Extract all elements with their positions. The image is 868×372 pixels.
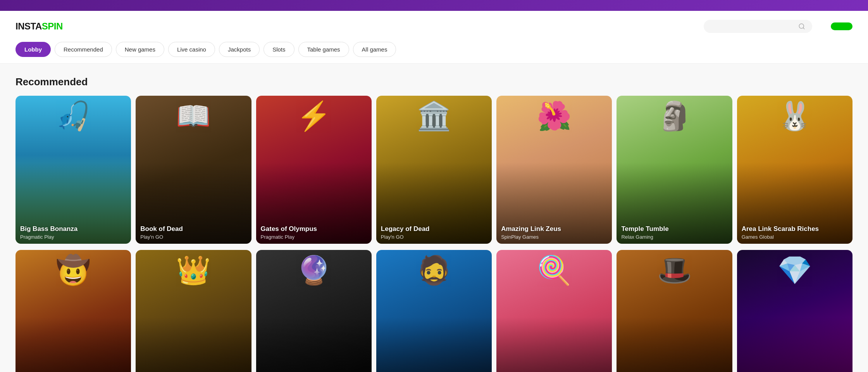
- game-card-character: 🗿: [617, 100, 732, 133]
- tab-table-games[interactable]: Table games: [298, 42, 349, 57]
- tab-slots[interactable]: Slots: [264, 42, 294, 57]
- tab-live-casino[interactable]: Live casino: [168, 42, 215, 57]
- game-card[interactable]: 📖Book of DeadPlay'n GO: [136, 96, 251, 244]
- game-card-character: 🔮: [256, 254, 372, 287]
- game-title: Amazing Link Zeus: [501, 225, 607, 233]
- game-card-overlay: [256, 317, 372, 372]
- game-card-info: Legacy of DeadPlay'n GO: [376, 220, 492, 244]
- tab-recommended[interactable]: Recommended: [55, 42, 112, 57]
- game-card[interactable]: 🏛️Legacy of DeadPlay'n GO: [376, 96, 492, 244]
- game-title: Legacy of Dead: [381, 225, 487, 233]
- game-studio: Play'n GO: [381, 234, 487, 240]
- game-card[interactable]: 🎩: [617, 250, 732, 372]
- game-card-character: 🎩: [617, 254, 732, 287]
- game-studio: Pragmatic Play: [261, 234, 367, 240]
- game-studio: Games Global: [742, 234, 848, 240]
- game-card[interactable]: 🔮: [256, 250, 372, 372]
- game-card-info: Area Link Scarab RichesGames Global: [737, 220, 852, 244]
- header-actions: [825, 22, 852, 30]
- signup-button[interactable]: [831, 22, 852, 30]
- game-card-character: 🎣: [16, 100, 131, 133]
- game-studio: Play'n GO: [140, 234, 246, 240]
- game-card-character: ⚡: [256, 100, 372, 133]
- game-card-overlay: [496, 317, 612, 372]
- game-card-info: Amazing Link ZeusSpinPlay Games: [496, 220, 612, 244]
- game-card-overlay: [376, 317, 492, 372]
- game-card-character: 🐰: [737, 100, 852, 133]
- tab-lobby[interactable]: Lobby: [16, 42, 51, 57]
- top-banner: [0, 0, 868, 11]
- main-content: Recommended🎣Big Bass BonanzaPragmatic Pl…: [0, 64, 868, 372]
- game-card-info: Big Bass BonanzaPragmatic Play: [16, 220, 131, 244]
- game-studio: Pragmatic Play: [20, 234, 126, 240]
- svg-line-1: [803, 28, 804, 29]
- games-grid-0: 🎣Big Bass BonanzaPragmatic Play📖Book of …: [16, 96, 852, 244]
- game-card-overlay: [617, 317, 732, 372]
- game-card[interactable]: ⚡Gates of OlympusPragmatic Play: [256, 96, 372, 244]
- tabs-bar: LobbyRecommendedNew gamesLive casinoJack…: [0, 42, 868, 64]
- search-input[interactable]: [711, 23, 794, 30]
- search-bar: [704, 20, 812, 33]
- game-card-character: 📖: [136, 100, 251, 133]
- game-card[interactable]: 🌺Amazing Link ZeusSpinPlay Games: [496, 96, 612, 244]
- game-title: Book of Dead: [140, 225, 246, 233]
- game-card-overlay: [737, 317, 852, 372]
- tab-all-games[interactable]: All games: [353, 42, 396, 57]
- game-card-character: 👑: [136, 254, 251, 287]
- game-title: Area Link Scarab Riches: [742, 225, 848, 233]
- game-card[interactable]: 🗿Temple TumbleRelax Gaming: [617, 96, 732, 244]
- game-card-overlay: [136, 317, 251, 372]
- section-title-0: Recommended: [16, 76, 852, 88]
- game-card-overlay: [16, 317, 131, 372]
- game-title: Big Bass Bonanza: [20, 225, 126, 233]
- game-studio: SpinPlay Games: [501, 234, 607, 240]
- game-card[interactable]: 💎: [737, 250, 852, 372]
- game-card-character: 🍭: [496, 254, 612, 287]
- nav: [75, 25, 691, 28]
- game-card-character: 🧔: [376, 254, 492, 287]
- search-icon: [798, 23, 805, 30]
- game-card[interactable]: 🐰Area Link Scarab RichesGames Global: [737, 96, 852, 244]
- tab-jackpots[interactable]: Jackpots: [219, 42, 260, 57]
- header: INSTASPIN: [0, 11, 868, 42]
- game-title: Gates of Olympus: [261, 225, 367, 233]
- game-card-info: Temple TumbleRelax Gaming: [617, 220, 732, 244]
- game-card[interactable]: 🎣Big Bass BonanzaPragmatic Play: [16, 96, 131, 244]
- game-title: Temple Tumble: [621, 225, 727, 233]
- game-card-character: 🤠: [16, 254, 131, 287]
- game-studio: Relax Gaming: [621, 234, 727, 240]
- game-card[interactable]: 🤠: [16, 250, 131, 372]
- tab-new-games[interactable]: New games: [116, 42, 164, 57]
- game-card-character: 🌺: [496, 100, 612, 133]
- game-card-info: Gates of OlympusPragmatic Play: [256, 220, 372, 244]
- logo: INSTASPIN: [16, 21, 63, 32]
- game-card[interactable]: 🧔: [376, 250, 492, 372]
- games-grid-1: 🤠👑🔮🧔🍭🎩💎: [16, 250, 852, 372]
- game-card-character: 🏛️: [376, 100, 492, 133]
- game-card-character: 💎: [737, 254, 852, 287]
- game-card[interactable]: 👑: [136, 250, 251, 372]
- game-card[interactable]: 🍭: [496, 250, 612, 372]
- game-card-info: Book of DeadPlay'n GO: [136, 220, 251, 244]
